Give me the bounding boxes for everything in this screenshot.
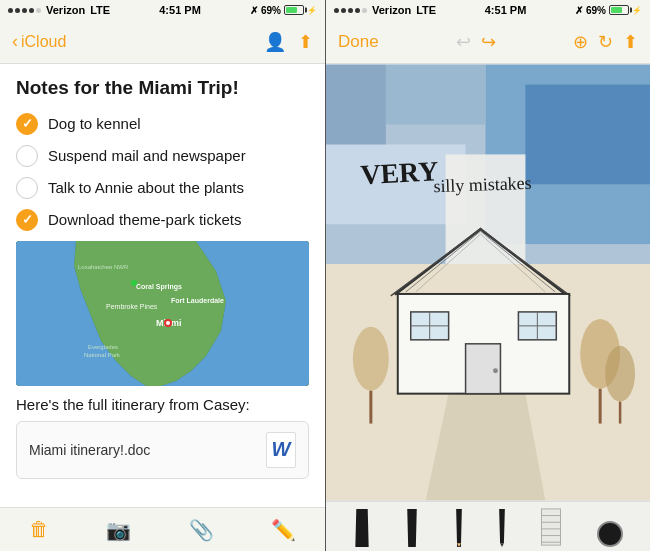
checkbox-3[interactable]: [16, 177, 38, 199]
time-display: 4:51 PM: [159, 4, 201, 16]
signal-dots-r: [334, 8, 367, 13]
map-image[interactable]: Coral Springs Fort Lauderdale Pembroke P…: [16, 241, 309, 386]
checklist-text-1: Dog to kennel: [48, 115, 141, 132]
battery-percent: 69%: [261, 5, 281, 16]
svg-point-32: [605, 346, 635, 402]
doc-attachment[interactable]: Miami itinerary!.doc W: [16, 421, 309, 479]
time-display-r: 4:51 PM: [485, 4, 527, 16]
network-label-r: LTE: [416, 4, 436, 16]
color-circle-black[interactable]: [597, 521, 623, 547]
add-icon[interactable]: ⊕: [573, 31, 588, 53]
checkbox-2[interactable]: [16, 145, 38, 167]
signal-dots: [8, 8, 41, 13]
add-person-icon[interactable]: 👤: [264, 31, 286, 53]
checklist-item-2[interactable]: Suspend mail and newspaper: [16, 145, 309, 167]
checklist-item-1[interactable]: Dog to kennel: [16, 113, 309, 135]
nav-right-group: ⊕ ↻ ⬆: [573, 31, 638, 53]
thin-brush-tool[interactable]: [454, 507, 464, 547]
note-content[interactable]: Notes for the Miami Trip! Dog to kennel …: [0, 64, 325, 507]
status-bar-left: Verizon LTE 4:51 PM ✗ 69% ⚡: [0, 0, 325, 20]
svg-text:Everglades: Everglades: [88, 344, 118, 350]
status-left: Verizon LTE: [8, 4, 110, 16]
svg-text:Pembroke Pines: Pembroke Pines: [106, 303, 158, 310]
status-bar-right: Verizon LTE 4:51 PM ✗ 69% ⚡: [326, 0, 650, 20]
bluetooth-icon: ✗: [250, 5, 258, 16]
drawing-toolbar: [326, 501, 650, 551]
note-title: Notes for the Miami Trip!: [16, 76, 309, 101]
svg-marker-38: [355, 508, 368, 546]
rotate-icon[interactable]: ↻: [598, 31, 613, 53]
svg-rect-18: [326, 65, 386, 145]
svg-marker-39: [408, 508, 418, 546]
battery-fill-r: [611, 7, 622, 13]
checklist-text-2: Suspend mail and newspaper: [48, 147, 246, 164]
svg-text:silly mistakes: silly mistakes: [433, 173, 532, 196]
network-label: LTE: [90, 4, 110, 16]
svg-marker-40: [456, 508, 462, 546]
color-picker[interactable]: [597, 507, 623, 547]
svg-rect-44: [542, 508, 561, 544]
checklist-item-4[interactable]: Download theme-park tickets: [16, 209, 309, 231]
svg-text:National Park: National Park: [84, 352, 121, 358]
edit-icon[interactable]: ✏️: [271, 518, 296, 542]
bottom-toolbar-left: 🗑 📷 📎 ✏️: [0, 507, 325, 551]
lightning-icon-r: ⚡: [632, 6, 642, 15]
bluetooth-icon-r: ✗: [575, 5, 583, 16]
status-right: ✗ 69% ⚡: [250, 5, 317, 16]
svg-marker-43: [500, 543, 504, 547]
svg-point-34: [353, 327, 389, 391]
nav-center-icons: ↩ ↪: [456, 31, 496, 53]
eraser-tool[interactable]: [540, 507, 562, 547]
nav-right-icons: 👤 ⬆: [264, 31, 313, 53]
undo-icon[interactable]: ↩: [456, 31, 471, 53]
redo-icon[interactable]: ↪: [481, 31, 496, 53]
left-phone: Verizon LTE 4:51 PM ✗ 69% ⚡ ‹ iCloud 👤 ⬆…: [0, 0, 325, 551]
battery-icon-r: [609, 5, 629, 15]
svg-text:Loxahatchee NWR: Loxahatchee NWR: [78, 264, 129, 270]
doc-name: Miami itinerary!.doc: [29, 442, 150, 458]
lightning-icon: ⚡: [307, 6, 317, 15]
svg-point-8: [166, 321, 170, 325]
back-arrow-icon: ‹: [12, 31, 18, 52]
carrier-label: Verizon: [46, 4, 85, 16]
camera-icon[interactable]: 📷: [106, 518, 131, 542]
right-phone: Verizon LTE 4:51 PM ✗ 69% ⚡ Done ↩ ↪ ⊕ ↻…: [325, 0, 650, 551]
svg-text:VERY: VERY: [360, 155, 440, 190]
svg-rect-15: [525, 85, 650, 185]
delete-icon[interactable]: 🗑: [29, 518, 49, 541]
share-icon-r[interactable]: ⬆: [623, 31, 638, 53]
drawing-area[interactable]: VERY silly mistakes: [326, 64, 650, 501]
nav-bar-left: ‹ iCloud 👤 ⬆: [0, 20, 325, 64]
svg-point-11: [131, 280, 137, 286]
medium-brush-tool[interactable]: [405, 507, 419, 547]
carrier-label-r: Verizon: [372, 4, 411, 16]
svg-rect-17: [386, 65, 486, 125]
battery-fill: [286, 7, 297, 13]
svg-text:Coral Springs: Coral Springs: [136, 283, 182, 291]
done-button[interactable]: Done: [338, 32, 379, 52]
back-button[interactable]: ‹ iCloud: [12, 31, 66, 52]
back-label: iCloud: [21, 33, 66, 51]
battery-percent-r: 69%: [586, 5, 606, 16]
checklist-item-3[interactable]: Talk to Annie about the plants: [16, 177, 309, 199]
svg-point-23: [493, 368, 498, 373]
status-left-r: Verizon LTE: [334, 4, 436, 16]
battery-icon: [284, 5, 304, 15]
checkbox-4[interactable]: [16, 209, 38, 231]
checklist-text-3: Talk to Annie about the plants: [48, 179, 244, 196]
checkbox-1[interactable]: [16, 113, 38, 135]
attachment-icon[interactable]: 📎: [189, 518, 214, 542]
share-icon[interactable]: ⬆: [298, 31, 313, 53]
wide-brush-tool[interactable]: [353, 507, 371, 547]
svg-marker-42: [499, 508, 505, 542]
itinerary-label: Here's the full itinerary from Casey:: [16, 396, 309, 413]
word-icon: W: [266, 432, 296, 468]
nav-bar-right: Done ↩ ↪ ⊕ ↻ ⬆: [326, 20, 650, 64]
pen-tool[interactable]: [498, 507, 506, 547]
status-right-r: ✗ 69% ⚡: [575, 5, 642, 16]
svg-text:Fort Lauderdale: Fort Lauderdale: [171, 297, 224, 304]
checklist-text-4: Download theme-park tickets: [48, 211, 241, 228]
